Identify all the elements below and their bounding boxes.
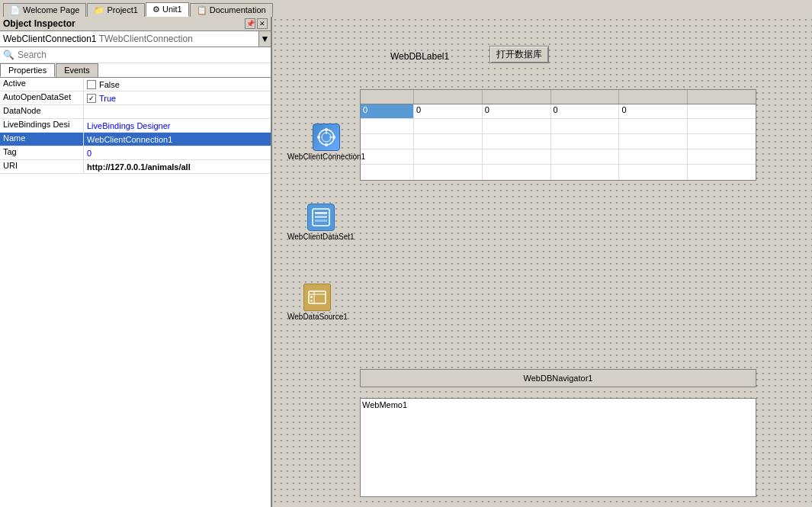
svg-rect-16	[310, 300, 313, 302]
project-icon: 📁	[94, 5, 104, 14]
design-canvas[interactable]: WebDBLabel1 打开数据库	[272, 17, 812, 507]
tab-properties[interactable]: Properties	[0, 63, 55, 77]
active-checkbox[interactable]	[87, 80, 96, 89]
tab-welcome-page[interactable]: 📄 Welcome Page	[3, 3, 86, 17]
datasource-label: WebDataSource1	[287, 313, 348, 321]
tab-unit1[interactable]: ⚙ Unit1	[146, 2, 189, 17]
prop-name-name: Name	[0, 133, 84, 146]
doc-icon: 📋	[197, 5, 207, 14]
prop-value-tag: 0	[84, 146, 271, 159]
grid-empty-row-3	[361, 149, 756, 165]
svg-point-4	[317, 136, 320, 139]
svg-point-3	[332, 136, 335, 139]
component-dropdown-arrow[interactable]: ▼	[258, 31, 271, 47]
prop-value-autoopen: ✓ True	[84, 91, 271, 104]
connection-label: WebClientConnection1	[287, 152, 365, 161]
prop-row-datanode[interactable]: DataNode	[0, 105, 271, 119]
object-inspector-panel: Object Inspector 📌 ✕ WebClientConnection…	[0, 17, 272, 507]
tab-events[interactable]: Events	[56, 63, 98, 77]
grid-cell-4[interactable]: 0	[551, 104, 620, 118]
grid-empty-row-1	[361, 119, 756, 134]
db-grid[interactable]: 0 0 0 0 0	[360, 89, 756, 181]
prop-value-name: WebClientConnection1	[84, 133, 271, 146]
prop-value-datanode	[84, 105, 271, 118]
svg-rect-9	[315, 212, 327, 214]
prop-name-active: Active	[0, 78, 84, 91]
component-selector[interactable]: WebClientConnection1 TWebClientConnectio…	[0, 31, 271, 47]
autoopen-checkbox[interactable]: ✓	[87, 94, 96, 103]
unit-icon: ⚙	[152, 5, 160, 14]
property-tabs: Properties Events	[0, 63, 271, 78]
grid-col-3	[483, 90, 551, 104]
grid-empty-row-4	[361, 165, 756, 180]
prop-value-active: False	[84, 78, 271, 91]
grid-cell-6[interactable]	[688, 104, 756, 118]
dataset-label: WebClientDataSet1	[287, 233, 355, 241]
search-icon: 🔍	[3, 50, 14, 60]
datasource-icon-svg	[307, 287, 328, 308]
grid-cell-3[interactable]: 0	[483, 104, 551, 118]
svg-rect-15	[310, 296, 313, 298]
grid-col-4	[551, 90, 620, 104]
component-name: WebClientConnection1 TWebClientConnectio…	[0, 32, 258, 46]
webclientdataset1-component[interactable]: WebClientDataSet1	[287, 204, 355, 241]
webdatasource1-component[interactable]: WebDataSource1	[287, 284, 348, 321]
prop-value-livebindings: LiveBindings Designer	[84, 119, 271, 132]
tab-project1[interactable]: 📁 Project1	[87, 3, 144, 17]
grid-col-6	[688, 90, 756, 104]
grid-col-1	[361, 90, 414, 104]
tab-documentation[interactable]: 📋 Documentation	[190, 3, 273, 17]
prop-row-tag[interactable]: Tag 0	[0, 146, 271, 160]
grid-cell-2[interactable]: 0	[414, 104, 483, 118]
prop-row-active[interactable]: Active False	[0, 78, 271, 91]
page-icon: 📄	[10, 5, 21, 14]
dataset-icon	[307, 204, 335, 231]
grid-col-2	[414, 90, 483, 104]
tab-bar: 📄 Welcome Page 📁 Project1 ⚙ Unit1 📋 Docu…	[0, 0, 812, 17]
web-memo[interactable]: WebMemo1	[360, 398, 756, 497]
open-db-button[interactable]: 打开数据库	[489, 46, 549, 63]
prop-value-uri: http://127.0.0.1/animals/all	[84, 160, 271, 173]
grid-data-row-1: 0 0 0 0 0	[361, 104, 756, 119]
inspector-title: Object Inspector	[3, 18, 75, 29]
grid-col-5	[619, 90, 688, 104]
close-button[interactable]: ✕	[257, 18, 268, 29]
grid-empty-row-2	[361, 134, 756, 149]
prop-name-autoopen: AutoOpenDataSet	[0, 91, 84, 104]
svg-rect-10	[315, 216, 327, 218]
webdblabel1[interactable]: WebDBLabel1	[390, 51, 449, 62]
svg-point-5	[325, 143, 328, 146]
prop-row-uri[interactable]: URI http://127.0.0.1/animals/all	[0, 160, 271, 174]
inspector-title-bar: Object Inspector 📌 ✕	[0, 17, 271, 31]
db-navigator[interactable]: WebDBNavigator1	[360, 369, 756, 387]
prop-name-livebindings: LiveBindings Desi	[0, 119, 84, 132]
properties-table: Active False AutoOpenDataSet ✓ True Data…	[0, 78, 271, 507]
svg-point-2	[325, 128, 328, 131]
search-bar: 🔍	[0, 47, 271, 63]
connection-icon-svg	[316, 127, 337, 148]
search-input[interactable]	[18, 50, 268, 60]
grid-cell-5[interactable]: 0	[619, 104, 688, 118]
connection-icon	[313, 124, 340, 151]
webclientconnection1-component[interactable]: WebClientConnection1	[287, 124, 365, 161]
svg-rect-11	[315, 220, 327, 222]
grid-header-row	[361, 90, 756, 104]
prop-row-autoopen[interactable]: AutoOpenDataSet ✓ True	[0, 91, 271, 105]
memo-label: WebMemo1	[362, 400, 407, 409]
prop-name-uri: URI	[0, 160, 84, 173]
prop-row-livebindings[interactable]: LiveBindings Desi LiveBindings Designer	[0, 119, 271, 133]
dataset-icon-svg	[310, 207, 332, 228]
designer-panel: WebDBLabel1 打开数据库	[272, 17, 812, 507]
prop-name-tag: Tag	[0, 146, 84, 159]
prop-name-datanode: DataNode	[0, 105, 84, 118]
livebindings-link[interactable]: LiveBindings Designer	[87, 121, 170, 130]
datasource-icon	[303, 284, 331, 311]
pin-button[interactable]: 📌	[245, 18, 255, 29]
prop-row-name[interactable]: Name WebClientConnection1	[0, 133, 271, 146]
grid-cell-selected[interactable]: 0	[361, 104, 414, 118]
title-buttons: 📌 ✕	[245, 18, 268, 29]
